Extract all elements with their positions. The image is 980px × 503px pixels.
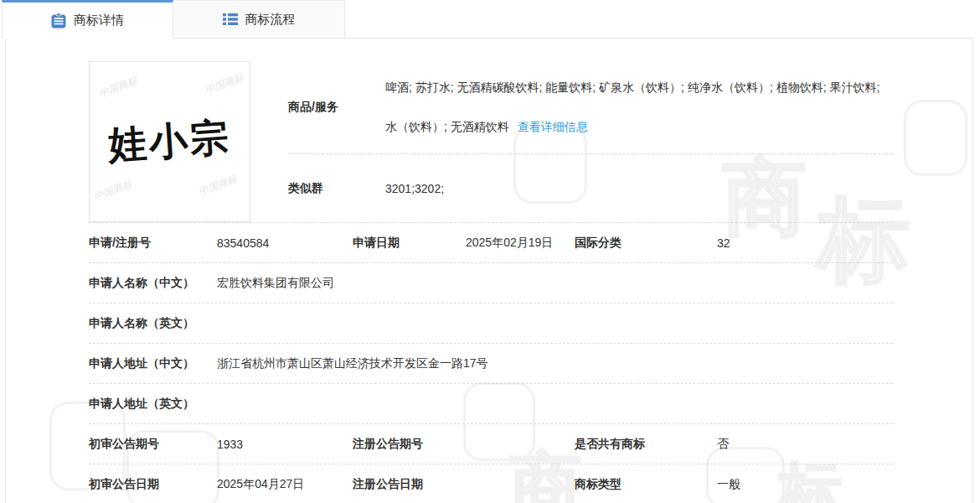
field-label: 申请/注册号	[89, 236, 217, 251]
table-row-first-publication-date: 初审公告日期 2025年04月27日 注册公告日期 商标类型 一般	[89, 464, 893, 503]
list-icon	[223, 12, 238, 27]
field-label: 申请人地址（中文）	[89, 356, 217, 371]
field-label: 国际分类	[575, 236, 717, 251]
image-watermark-text: 中国商标	[97, 74, 140, 101]
field-value: 宏胜饮料集团有限公司	[217, 276, 893, 291]
field-label: 商标类型	[575, 477, 717, 492]
field-label: 申请日期	[353, 236, 466, 251]
field-value: 浙江省杭州市萧山区萧山经济技术开发区金一路17号	[217, 356, 893, 371]
watermark-shape	[904, 100, 967, 176]
goods-services-label: 商品/服务	[288, 100, 385, 115]
view-details-link[interactable]: 查看详细信息	[518, 120, 588, 133]
table-row-application-number: 申请/注册号 83540584 申请日期 2025年02月19日 国际分类 32	[89, 223, 893, 263]
goods-services-text: 啤酒; 苏打水; 无酒精碳酸饮料; 能量饮料; 矿泉水（饮料）; 纯净水（饮料）…	[385, 80, 879, 133]
goods-services-value: 啤酒; 苏打水; 无酒精碳酸饮料; 能量饮料; 矿泉水（饮料）; 纯净水（饮料）…	[385, 68, 893, 147]
field-label: 初审公告日期	[89, 477, 217, 492]
field-label: 申请人地址（英文）	[89, 397, 217, 412]
field-label: 申请人名称（英文）	[89, 316, 217, 331]
table-row-applicant-name-en: 申请人名称（英文）	[89, 303, 893, 344]
field-value: 否	[717, 437, 893, 452]
detail-content: 中国商标 中国商标 中国商标 中国商标 娃小宗 商品/服务 啤酒; 苏打水; 无…	[89, 61, 893, 503]
clipboard-list-icon	[51, 13, 66, 29]
table-row-applicant-name-cn: 申请人名称（中文） 宏胜饮料集团有限公司	[89, 263, 893, 303]
trademark-image[interactable]: 中国商标 中国商标 中国商标 中国商标 娃小宗	[89, 61, 250, 222]
field-value: 83540584	[217, 236, 353, 250]
tab-label: 商标流程	[245, 12, 296, 28]
table-row-applicant-address-cn: 申请人地址（中文） 浙江省杭州市萧山区萧山经济技术开发区金一路17号	[89, 344, 893, 384]
tab-trademark-detail[interactable]: 商标详情	[2, 0, 173, 39]
field-value: 32	[717, 236, 893, 250]
image-watermark-text: 中国商标	[197, 172, 240, 199]
trademark-detail-page: 商标详情 商标流程 商 标 商 标	[0, 0, 980, 503]
table-row-first-publication-number: 初审公告期号 1933 注册公告期号 是否共有商标 否	[89, 424, 893, 464]
trademark-name-text: 娃小宗	[106, 111, 233, 172]
similar-group-label: 类似群	[288, 181, 385, 196]
field-label: 注册公告期号	[353, 437, 466, 452]
field-label: 初审公告期号	[89, 437, 217, 452]
image-watermark-text: 中国商标	[204, 70, 246, 97]
tab-trademark-process[interactable]: 商标流程	[173, 0, 345, 38]
field-value: 一般	[717, 477, 893, 492]
detail-panel: 商 标 商 标 中国商标 中国商标 中国商标 中国商标 娃小宗 商品/服务	[5, 38, 973, 503]
similar-group-value: 3201;3202;	[385, 182, 444, 195]
similar-group-row: 类似群 3201;3202;	[288, 154, 893, 222]
goods-services-row: 商品/服务 啤酒; 苏打水; 无酒精碳酸饮料; 能量饮料; 矿泉水（饮料）; 纯…	[288, 61, 893, 154]
field-label: 是否共有商标	[575, 437, 717, 452]
field-label: 注册公告日期	[353, 477, 466, 492]
tab-bar: 商标详情 商标流程	[2, 0, 345, 39]
field-value: 2025年02月19日	[466, 236, 575, 251]
field-label: 申请人名称（中文）	[89, 276, 217, 291]
field-value: 1933	[217, 438, 353, 451]
image-watermark-text: 中国商标	[92, 177, 135, 204]
top-section: 中国商标 中国商标 中国商标 中国商标 娃小宗 商品/服务 啤酒; 苏打水; 无…	[89, 61, 893, 223]
top-right-fields: 商品/服务 啤酒; 苏打水; 无酒精碳酸饮料; 能量饮料; 矿泉水（饮料）; 纯…	[288, 61, 893, 222]
tab-label: 商标详情	[74, 13, 124, 29]
field-value: 2025年04月27日	[217, 477, 353, 492]
table-row-applicant-address-en: 申请人地址（英文）	[89, 384, 893, 424]
